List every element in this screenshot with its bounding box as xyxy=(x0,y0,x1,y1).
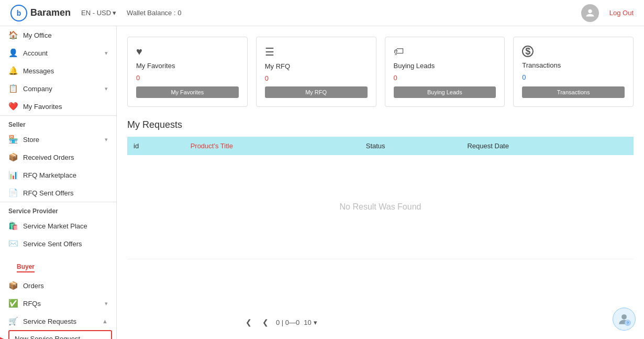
header: b Baramen EN - USD ▾ Wallet Balance : 0 … xyxy=(0,0,644,26)
sidebar-item-label: Store xyxy=(23,136,39,144)
buyer-section-header: Buyer xyxy=(17,263,35,272)
card-transactions: $ Transactions 0 Transactions xyxy=(513,37,634,107)
service-requests-icon: 🛒 xyxy=(8,316,18,326)
sidebar-item-label: My Office xyxy=(23,31,52,39)
svg-point-0 xyxy=(588,9,592,13)
sidebar-item-label: RFQs xyxy=(23,300,41,308)
card-count: 0 xyxy=(136,74,239,82)
sidebar-item-rfqs[interactable]: ✅ RFQs ▾ xyxy=(0,294,116,312)
card-count: 0 xyxy=(522,73,625,81)
my-favorites-button[interactable]: My Favorites xyxy=(136,86,239,98)
card-title: My RFQ xyxy=(265,62,368,70)
cards-row: ♥ My Favorites 0 My Favorites ☰ My RFQ 0… xyxy=(127,37,634,107)
chevron-down-icon: ▾ xyxy=(105,85,108,92)
wallet-balance: Wallet Balance : 0 xyxy=(127,9,581,17)
col-request-date: Request Date xyxy=(461,137,634,155)
logo-icon: b xyxy=(10,5,27,21)
sidebar-item-label: RFQ Sent Offers xyxy=(23,189,74,197)
sidebar-item-label: Service Sent Offers xyxy=(23,240,82,248)
sidebar-item-service-requests[interactable]: 🛒 Service Requests ▲ xyxy=(0,312,116,330)
sidebar-item-label: Received Orders xyxy=(23,154,74,161)
card-title: My Favorites xyxy=(136,62,239,70)
transactions-card-icon: $ xyxy=(522,46,534,57)
chevron-down-icon: ▾ xyxy=(105,136,108,143)
sidebar-item-label: RFQ Marketplace xyxy=(23,171,76,179)
sidebar-item-orders[interactable]: 📦 Orders xyxy=(0,277,116,294)
avatar[interactable] xyxy=(581,4,599,22)
sidebar: 🏠 My Office 👤 Account ▾ 🔔 Messages 📋 Com… xyxy=(0,26,117,339)
requests-table: id Product's Title Status Request Date N… xyxy=(127,137,634,259)
card-title: Buying Leads xyxy=(394,62,496,70)
rfq-sent-offers-icon: 📄 xyxy=(8,188,18,198)
col-id: id xyxy=(127,137,184,155)
pagination-info: 0 | 0—0 xyxy=(276,319,299,326)
card-title: Transactions xyxy=(522,61,625,69)
sidebar-item-rfq-marketplace[interactable]: 📊 RFQ Marketplace xyxy=(0,166,116,184)
chevron-down-icon: ▾ xyxy=(105,50,108,57)
rfqs-icon: ✅ xyxy=(8,299,18,308)
sidebar-item-my-favorites[interactable]: ❤️ My Favorites xyxy=(0,97,116,115)
sidebar-item-service-market-place[interactable]: 🛍️ Service Market Place xyxy=(0,217,116,235)
support-button[interactable]: ? xyxy=(613,308,636,331)
company-icon: 📋 xyxy=(8,84,18,93)
chevron-up-icon: ▲ xyxy=(102,318,108,324)
chevron-down-icon: ▾ xyxy=(105,300,108,307)
brand-name: Baramen xyxy=(30,7,71,18)
card-buying-leads: 🏷 Buying Leads 0 Buying Leads xyxy=(385,37,505,107)
sidebar-item-service-sent-offers[interactable]: ✉️ Service Sent Offers xyxy=(0,235,116,253)
sub-item-label: New Service Request xyxy=(15,335,80,339)
card-my-rfq: ☰ My RFQ 0 My RFQ xyxy=(256,37,376,107)
table-row: No Result Was Found xyxy=(127,155,634,259)
service-market-icon: 🛍️ xyxy=(8,221,18,231)
sidebar-item-received-orders[interactable]: 📦 Received Orders xyxy=(0,148,116,166)
svg-text:?: ? xyxy=(627,321,629,325)
sidebar-item-label: Messages xyxy=(23,67,54,75)
card-count: 0 xyxy=(265,74,368,82)
card-my-favorites: ♥ My Favorites 0 My Favorites xyxy=(127,37,248,107)
orders-icon: 📦 xyxy=(8,281,18,290)
logout-button[interactable]: Log Out xyxy=(609,9,634,17)
section-title: My Requests xyxy=(127,119,634,130)
rfq-marketplace-icon: 📊 xyxy=(8,170,18,180)
sidebar-item-label: My Favorites xyxy=(23,103,62,111)
prev-button[interactable]: ❮ xyxy=(259,316,272,329)
sidebar-item-company[interactable]: 📋 Company ▾ xyxy=(0,80,116,97)
buying-leads-button[interactable]: Buying Leads xyxy=(394,86,496,98)
seller-section-header: Seller xyxy=(0,115,116,130)
col-status: Status xyxy=(360,137,461,155)
sidebar-item-label: Orders xyxy=(23,282,44,290)
sidebar-item-label: Company xyxy=(23,85,52,93)
sidebar-item-account[interactable]: 👤 Account ▾ xyxy=(0,44,116,62)
sidebar-item-label: Service Market Place xyxy=(23,222,87,230)
language-selector[interactable]: EN - USD ▾ xyxy=(81,9,116,17)
sidebar-item-rfq-sent-offers[interactable]: 📄 RFQ Sent Offers xyxy=(0,184,116,202)
buying-leads-card-icon: 🏷 xyxy=(394,46,496,58)
pagination: ❮ ❮ 0 | 0—0 10 ▾ xyxy=(242,311,317,334)
rfq-card-icon: ☰ xyxy=(265,46,368,58)
sidebar-item-store[interactable]: 🏪 Store ▾ xyxy=(0,130,116,148)
service-sent-offers-icon: ✉️ xyxy=(8,239,18,248)
col-product-title: Product's Title xyxy=(184,137,360,155)
messages-icon: 🔔 xyxy=(8,66,18,75)
sidebar-item-label: Service Requests xyxy=(23,318,76,325)
received-orders-icon: 📦 xyxy=(8,152,18,162)
favorites-card-icon: ♥ xyxy=(136,46,239,58)
prev-prev-button[interactable]: ❮ xyxy=(242,316,255,329)
logo[interactable]: b Baramen xyxy=(10,5,71,21)
favorites-icon: ❤️ xyxy=(8,102,18,111)
sidebar-item-my-office[interactable]: 🏠 My Office xyxy=(0,26,116,44)
no-result-message: No Result Was Found xyxy=(134,160,627,254)
account-icon: 👤 xyxy=(8,48,18,58)
per-page-selector[interactable]: 10 ▾ xyxy=(304,319,317,326)
sidebar-item-new-service-request[interactable]: ➤ New Service Request xyxy=(8,330,112,339)
main-content: ♥ My Favorites 0 My Favorites ☰ My RFQ 0… xyxy=(117,26,644,339)
arrow-icon: ➤ xyxy=(0,333,5,340)
service-provider-section-header: Service Provider xyxy=(0,202,116,217)
svg-point-1 xyxy=(621,314,627,320)
sidebar-item-messages[interactable]: 🔔 Messages xyxy=(0,62,116,80)
sidebar-item-label: Account xyxy=(23,49,48,57)
transactions-button[interactable]: Transactions xyxy=(522,86,625,98)
home-icon: 🏠 xyxy=(8,30,18,40)
store-icon: 🏪 xyxy=(8,135,18,144)
my-rfq-button[interactable]: My RFQ xyxy=(265,86,368,98)
